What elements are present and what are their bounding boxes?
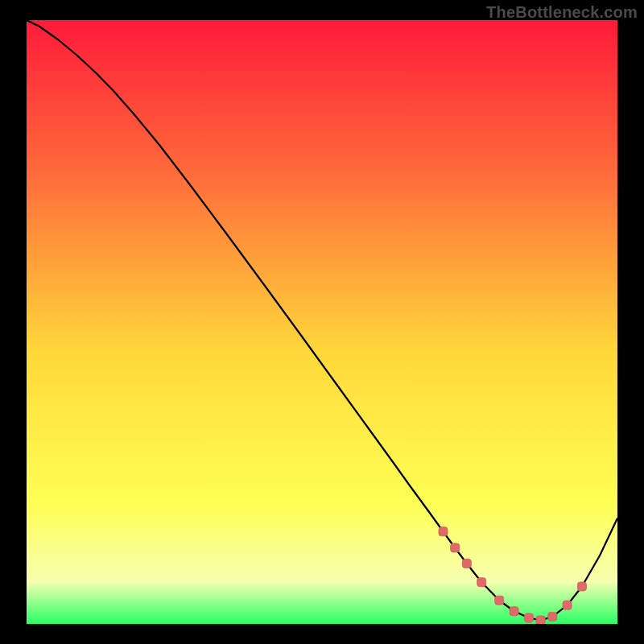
highlight-marker (536, 616, 545, 624)
highlight-marker (451, 543, 460, 552)
highlight-marker (462, 559, 471, 568)
watermark-text: TheBottleneck.com (486, 3, 638, 22)
gradient-background (27, 20, 617, 624)
highlight-marker (524, 613, 533, 622)
highlight-marker (563, 601, 572, 609)
chart (27, 20, 617, 624)
highlight-marker (510, 607, 518, 616)
highlight-marker (495, 596, 504, 605)
highlight-marker (548, 613, 557, 621)
highlight-marker (439, 527, 448, 536)
highlight-marker (477, 578, 486, 587)
highlight-marker (577, 582, 586, 591)
